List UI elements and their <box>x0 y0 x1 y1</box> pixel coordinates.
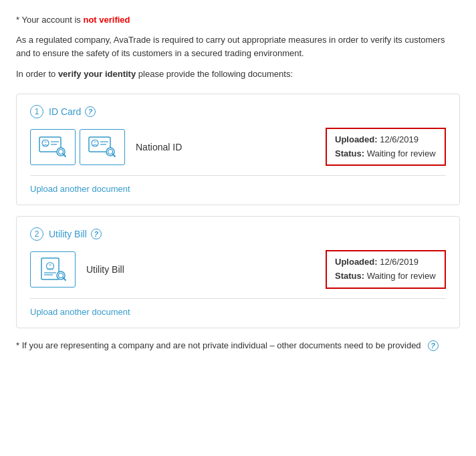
id-card-icons <box>30 129 125 165</box>
id-card-front-icon <box>30 129 76 165</box>
utility-bill-title: 2 Utility Bill ? <box>30 227 446 241</box>
utility-bill-uploaded-line: Uploaded: 12/6/2019 <box>335 255 437 269</box>
svg-line-23 <box>64 278 66 281</box>
section-number-1: 1 <box>30 105 43 118</box>
utility-bill-label: Utility Bill <box>49 229 87 239</box>
verify-bold-text: verify your identity <box>58 69 136 79</box>
svg-point-18 <box>49 263 51 266</box>
footer-note: * If you are representing a company and … <box>16 339 460 353</box>
svg-point-2 <box>44 140 47 143</box>
id-card-uploaded-label: Uploaded: <box>335 134 378 144</box>
id-card-upload-link[interactable]: Upload another document <box>30 184 130 194</box>
utility-bill-section: 2 Utility Bill ? <box>16 216 460 328</box>
utility-bill-upload-link[interactable]: Upload another document <box>30 307 130 317</box>
account-status-prefix: * Your account is <box>16 15 83 25</box>
utility-bill-help-icon[interactable]: ? <box>91 229 102 239</box>
verify-prefix: In order to <box>16 69 58 79</box>
id-card-status-label: Status: <box>335 148 364 158</box>
id-card-title: 1 ID Card ? <box>30 105 446 118</box>
verify-suffix: please provide the following documents: <box>136 69 293 79</box>
id-card-doc-row: National ID Uploaded: 12/6/2019 Status: … <box>30 128 446 166</box>
utility-bill-uploaded-label: Uploaded: <box>335 257 378 267</box>
utility-bill-status-value: Waiting for review <box>367 271 436 281</box>
footer-help-icon[interactable]: ? <box>428 340 439 351</box>
id-card-label: ID Card <box>49 106 81 117</box>
utility-bill-divider <box>30 298 446 299</box>
id-card-status-line: Status: Waiting for review <box>335 147 437 161</box>
id-card-section: 1 ID Card ? <box>16 94 460 206</box>
utility-bill-uploaded-date: 12/6/2019 <box>380 257 419 267</box>
account-status-notice: * Your account is not verified <box>16 13 460 27</box>
utility-bill-doc-row: Utility Bill Uploaded: 12/6/2019 Status:… <box>30 250 446 289</box>
intro-paragraph: As a regulated company, AvaTrade is requ… <box>16 33 460 62</box>
id-card-back-icon <box>80 129 125 165</box>
id-card-doc-label: National ID <box>136 142 315 152</box>
utility-bill-status-line: Status: Waiting for review <box>335 269 437 283</box>
id-card-status-value: Waiting for review <box>367 148 436 158</box>
id-card-help-icon[interactable]: ? <box>85 106 96 117</box>
svg-line-7 <box>64 154 66 156</box>
svg-line-15 <box>113 154 116 156</box>
utility-bill-icon <box>30 251 76 288</box>
id-card-status-box: Uploaded: 12/6/2019 Status: Waiting for … <box>326 128 446 166</box>
verify-paragraph: In order to verify your identity please … <box>16 68 460 82</box>
utility-bill-doc-label: Utility Bill <box>86 264 315 275</box>
id-card-divider <box>30 175 446 176</box>
id-card-uploaded-line: Uploaded: 12/6/2019 <box>335 133 437 147</box>
footer-note-text: * If you are representing a company and … <box>16 339 421 353</box>
id-card-uploaded-date: 12/6/2019 <box>380 134 419 144</box>
not-verified-badge: not verified <box>83 15 130 25</box>
section-number-2: 2 <box>30 227 43 241</box>
utility-bill-icons <box>30 251 76 288</box>
utility-bill-status-box: Uploaded: 12/6/2019 Status: Waiting for … <box>326 250 446 289</box>
utility-bill-status-label: Status: <box>335 271 364 281</box>
svg-point-10 <box>94 140 96 143</box>
